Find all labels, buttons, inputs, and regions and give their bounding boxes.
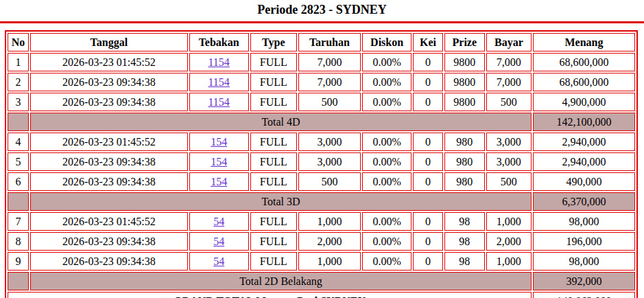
cell-tanggal: 2026-03-23 09:34:38	[30, 172, 188, 191]
cell-menang: 98,000	[533, 252, 635, 271]
cell-menang: 2,940,000	[533, 152, 635, 171]
cell-no: 5	[8, 152, 29, 171]
cell-prize: 980	[444, 152, 485, 171]
cell-taruhan: 7,000	[298, 73, 361, 91]
subtotal-empty-cell	[8, 113, 29, 131]
cell-bayar: 7,000	[486, 53, 532, 71]
title-divider	[0, 21, 644, 23]
cell-bayar: 1,000	[486, 252, 532, 271]
cell-diskon: 0.00%	[362, 93, 412, 111]
betting-report-table: NoTanggalTebakanTypeTaruhanDiskonKeiPriz…	[5, 30, 638, 298]
column-header-kei: Kei	[413, 33, 442, 51]
subtotal-label: Total 2D Belakang	[30, 272, 532, 290]
cell-menang: 490,000	[533, 172, 635, 191]
cell-type: FULL	[250, 172, 297, 191]
cell-diskon: 0.00%	[362, 172, 412, 191]
cell-no: 4	[8, 133, 29, 151]
column-header-type: Type	[250, 33, 297, 51]
cell-diskon: 0.00%	[362, 212, 412, 231]
cell-tanggal: 2026-03-23 09:34:38	[30, 73, 188, 91]
subtotal-value: 6,370,000	[533, 192, 635, 211]
cell-prize: 9800	[444, 73, 485, 91]
subtotal-label: Total 4D	[30, 113, 532, 131]
grand-total-value: 148,862,000	[533, 292, 635, 298]
tebakan-link[interactable]: 54	[213, 236, 224, 247]
cell-tanggal: 2026-03-23 01:45:52	[30, 133, 188, 151]
cell-prize: 98	[444, 252, 485, 271]
cell-tebakan: 154	[189, 133, 249, 151]
cell-diskon: 0.00%	[362, 232, 412, 251]
cell-tanggal: 2026-03-23 01:45:52	[30, 53, 188, 71]
table-row: 32026-03-23 09:34:381154FULL5000.00%0980…	[8, 93, 635, 111]
cell-kei: 0	[413, 252, 442, 271]
cell-diskon: 0.00%	[362, 73, 412, 91]
cell-type: FULL	[250, 93, 297, 111]
cell-taruhan: 1,000	[298, 252, 361, 271]
cell-menang: 4,900,000	[533, 93, 635, 111]
cell-type: FULL	[250, 252, 297, 271]
cell-tebakan: 1154	[189, 53, 249, 71]
tebakan-link[interactable]: 54	[213, 255, 224, 267]
cell-no: 6	[8, 172, 29, 191]
cell-bayar: 1,000	[486, 212, 532, 231]
cell-no: 7	[8, 212, 29, 231]
cell-tebakan: 1154	[189, 93, 249, 111]
table-row: 22026-03-23 09:34:381154FULL7,0000.00%09…	[8, 73, 635, 91]
cell-kei: 0	[413, 172, 442, 191]
tebakan-link[interactable]: 1154	[208, 76, 229, 88]
tebakan-link[interactable]: 154	[211, 156, 227, 168]
subtotal-value: 392,000	[533, 272, 635, 290]
tebakan-link[interactable]: 1154	[208, 56, 229, 68]
cell-tanggal: 2026-03-23 01:45:52	[30, 212, 188, 231]
cell-bayar: 3,000	[486, 133, 532, 151]
tebakan-link[interactable]: 154	[211, 136, 227, 148]
cell-menang: 98,000	[533, 212, 635, 231]
column-header-tebakan: Tebakan	[189, 33, 249, 51]
cell-kei: 0	[413, 53, 442, 71]
cell-taruhan: 1,000	[298, 212, 361, 231]
cell-no: 9	[8, 252, 29, 271]
cell-type: FULL	[250, 152, 297, 171]
cell-type: FULL	[250, 212, 297, 231]
cell-prize: 980	[444, 172, 485, 191]
cell-kei: 0	[413, 73, 442, 91]
column-header-bayar: Bayar	[486, 33, 532, 51]
table-row: 82026-03-23 09:34:3854FULL2,0000.00%0982…	[8, 232, 635, 251]
tebakan-link[interactable]: 54	[213, 216, 224, 227]
column-header-prize: Prize	[444, 33, 485, 51]
cell-no: 1	[8, 53, 29, 71]
cell-type: FULL	[250, 73, 297, 91]
tebakan-link[interactable]: 154	[211, 176, 227, 187]
subtotal-row: Total 3D6,370,000	[8, 192, 635, 211]
tebakan-link[interactable]: 1154	[208, 96, 229, 108]
header-row: NoTanggalTebakanTypeTaruhanDiskonKeiPriz…	[8, 33, 635, 51]
cell-menang: 196,000	[533, 232, 635, 251]
cell-taruhan: 2,000	[298, 232, 361, 251]
cell-bayar: 3,000	[486, 152, 532, 171]
table-row: 72026-03-23 01:45:5254FULL1,0000.00%0981…	[8, 212, 635, 231]
cell-diskon: 0.00%	[362, 53, 412, 71]
cell-tebakan: 54	[189, 252, 249, 271]
cell-tebakan: 54	[189, 212, 249, 231]
cell-bayar: 7,000	[486, 73, 532, 91]
column-header-taruhan: Taruhan	[298, 33, 361, 51]
table-row: 42026-03-23 01:45:52154FULL3,0000.00%098…	[8, 133, 635, 151]
cell-taruhan: 500	[298, 93, 361, 111]
cell-kei: 0	[413, 212, 442, 231]
cell-kei: 0	[413, 152, 442, 171]
page-title: Periode 2823 - SYDNEY	[0, 3, 644, 17]
table-row: 12026-03-23 01:45:521154FULL7,0000.00%09…	[8, 53, 635, 71]
cell-tanggal: 2026-03-23 09:34:38	[30, 252, 188, 271]
subtotal-row: Total 2D Belakang392,000	[8, 272, 635, 290]
cell-bayar: 500	[486, 93, 532, 111]
cell-prize: 9800	[444, 53, 485, 71]
cell-prize: 9800	[444, 93, 485, 111]
cell-prize: 98	[444, 232, 485, 251]
table-body: 12026-03-23 01:45:521154FULL7,0000.00%09…	[8, 53, 635, 298]
subtotal-label: Total 3D	[30, 192, 532, 211]
table-row: 92026-03-23 09:34:3854FULL1,0000.00%0981…	[8, 252, 635, 271]
cell-no: 3	[8, 93, 29, 111]
cell-menang: 68,600,000	[533, 73, 635, 91]
table-row: 52026-03-23 09:34:38154FULL3,0000.00%098…	[8, 152, 635, 171]
cell-bayar: 500	[486, 172, 532, 191]
